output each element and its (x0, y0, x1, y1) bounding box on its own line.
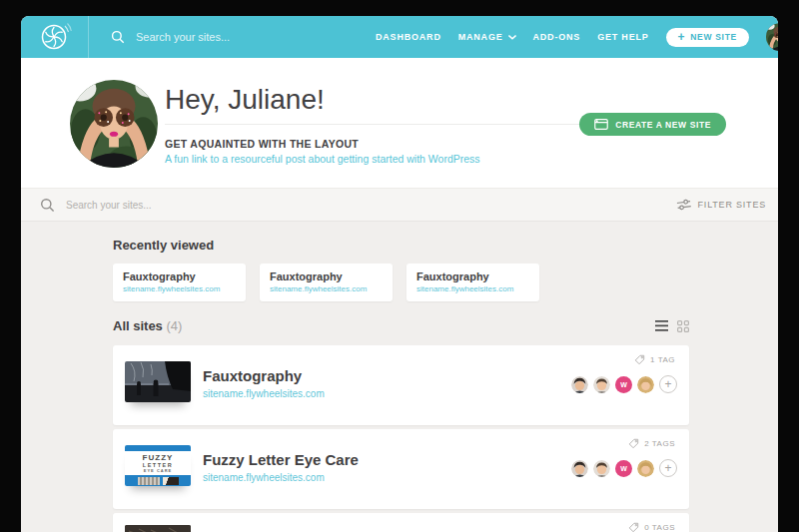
nav-item-addons[interactable]: ADD-ONS (533, 32, 581, 42)
recent-site-card[interactable]: Fauxtography sitename.flywheelsites.com (260, 264, 393, 301)
collaborator-avatar[interactable] (571, 460, 588, 477)
collaborator-photo (593, 460, 610, 477)
top-navbar: DASHBOARD MANAGE ADD-ONS GET HELP + NEW … (21, 16, 778, 58)
collaborator-photo (593, 376, 610, 393)
site-search-bar: FILTER SITES (21, 188, 778, 222)
nav-item-gethelp[interactable]: GET HELP (597, 32, 648, 42)
flywheel-logo-icon (38, 20, 72, 54)
collaborator-photo (571, 460, 588, 477)
fauxtography-thumbnail-image (125, 361, 191, 402)
site-url-link[interactable]: sitename.flywheelsites.com (203, 388, 325, 399)
navbar-search (89, 16, 376, 58)
create-site-button[interactable]: CREATE A NEW SITE (579, 113, 726, 136)
greeting-heading: Hey, Juliane! (165, 84, 325, 116)
site-name: Fauxtography (123, 270, 238, 282)
user-avatar[interactable] (766, 23, 778, 51)
tag-badge[interactable]: 2 TAGS (628, 438, 675, 449)
tag-badge[interactable]: 0 TAGS (628, 522, 675, 532)
tag-icon (628, 438, 639, 449)
site-name[interactable]: Fauxtography (203, 367, 302, 384)
site-row-fauxtography[interactable]: Fauxtography sitename.flywheelsites.com … (113, 345, 689, 425)
thumb-text-line: FUZZY (125, 453, 191, 462)
collaborator-avatar[interactable] (593, 460, 610, 477)
site-rows: Fauxtography sitename.flywheelsites.com … (113, 345, 778, 532)
dark-thumbnail-image (125, 525, 191, 532)
tag-icon (634, 354, 645, 365)
hero-section: Hey, Juliane! GET AQUAINTED WITH THE LAY… (21, 58, 778, 188)
view-toggles (655, 320, 689, 332)
profile-avatar-image (70, 80, 158, 168)
list-view-toggle[interactable] (655, 320, 668, 331)
list-view-icon (655, 320, 668, 331)
search-icon (111, 30, 125, 44)
site-name[interactable]: Fuzzy Letter Eye Care (203, 451, 359, 468)
thumb-header-bar (125, 445, 191, 451)
collaborator-initial-badge[interactable]: W (615, 376, 632, 393)
filter-sites-button[interactable]: FILTER SITES (677, 199, 766, 211)
nav-item-manage[interactable]: MANAGE (458, 32, 516, 42)
grid-view-icon (677, 320, 689, 332)
recently-viewed-heading: Recently viewed (113, 238, 778, 253)
collaborator-photo (571, 376, 588, 393)
site-card-icon (594, 119, 608, 130)
site-url-link[interactable]: sitename.flywheelsites.com (123, 284, 238, 293)
fuzzy-thumbnail-image: FUZZY LETTER EYE CARE (125, 445, 191, 486)
site-name: Fauxtography (416, 270, 531, 282)
collaborator-avatar[interactable] (637, 376, 654, 393)
collaborator-avatars: W + (571, 375, 677, 393)
tip-heading: GET AQUAINTED WITH THE LAYOUT (165, 138, 359, 150)
navbar-menu: DASHBOARD MANAGE ADD-ONS GET HELP + NEW … (376, 16, 778, 58)
collaborator-avatar[interactable] (637, 460, 654, 477)
thumb-photo (138, 477, 160, 485)
site-name: Fauxtography (270, 270, 385, 282)
site-url-link[interactable]: sitename.flywheelsites.com (416, 284, 531, 293)
add-collaborator-button[interactable]: + (659, 459, 677, 477)
filter-sliders-icon (676, 198, 692, 212)
profile-avatar (70, 80, 158, 168)
site-thumbnail[interactable] (125, 361, 191, 402)
thumb-footer-bar (125, 475, 191, 486)
site-search-input[interactable] (66, 200, 366, 211)
nav-item-dashboard[interactable]: DASHBOARD (376, 32, 441, 42)
search-icon (40, 198, 55, 213)
site-row-fuzzy-letter[interactable]: FUZZY LETTER EYE CARE Fuzzy Letter Eye C… (113, 429, 689, 509)
site-row-partial[interactable]: 0 TAGS (113, 513, 689, 532)
thumb-text-line: EYE CARE (125, 468, 191, 473)
collaborator-initial-badge[interactable]: W (615, 460, 632, 477)
collaborator-avatars: W + (571, 459, 677, 477)
new-site-button[interactable]: + NEW SITE (666, 28, 749, 47)
collaborator-photo (637, 460, 654, 477)
site-thumbnail[interactable]: FUZZY LETTER EYE CARE (125, 445, 191, 486)
chevron-down-icon (508, 35, 516, 40)
thumb-photo (163, 477, 179, 485)
recently-viewed-cards: Fauxtography sitename.flywheelsites.com … (113, 264, 778, 301)
flywheel-logo[interactable] (21, 16, 89, 58)
collaborator-avatar[interactable] (571, 376, 588, 393)
grid-view-toggle[interactable] (677, 320, 689, 332)
plus-icon: + (678, 31, 686, 43)
collaborator-avatar[interactable] (593, 376, 610, 393)
tip-link[interactable]: A fun link to a resourceful post about g… (165, 153, 480, 165)
user-avatar-image (766, 23, 778, 51)
hero-divider (165, 124, 613, 125)
recent-site-card[interactable]: Fauxtography sitename.flywheelsites.com (113, 264, 246, 301)
site-thumbnail[interactable] (125, 525, 191, 532)
site-url-link[interactable]: sitename.flywheelsites.com (270, 284, 385, 293)
recent-site-card[interactable]: Fauxtography sitename.flywheelsites.com (406, 264, 539, 301)
site-url-link[interactable]: sitename.flywheelsites.com (203, 472, 325, 483)
main-content: Recently viewed Fauxtography sitename.fl… (21, 222, 778, 532)
add-collaborator-button[interactable]: + (659, 375, 677, 393)
all-sites-count: (4) (166, 318, 182, 333)
tag-icon (628, 522, 639, 532)
navbar-search-input[interactable] (136, 31, 376, 43)
app-window: DASHBOARD MANAGE ADD-ONS GET HELP + NEW … (21, 16, 778, 532)
all-sites-header: All sites (4) (113, 318, 689, 333)
tag-badge[interactable]: 1 TAG (634, 354, 675, 365)
all-sites-heading: All sites (113, 318, 163, 333)
collaborator-photo (637, 376, 654, 393)
